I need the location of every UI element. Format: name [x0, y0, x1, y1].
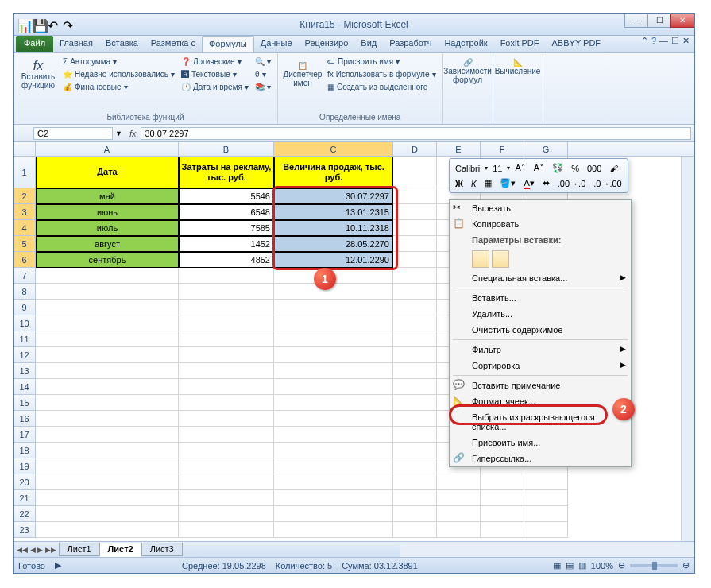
recent-button[interactable]: ⭐Недавно использовались ▾ [60, 68, 177, 80]
zoom-out-icon[interactable]: ⊖ [618, 560, 625, 571]
merge-icon[interactable]: ⬌ [539, 176, 553, 190]
sheet-tab-3[interactable]: Лист3 [141, 543, 183, 556]
cell[interactable]: 12.01.2290 [274, 252, 393, 268]
col-header-A[interactable]: A [36, 142, 179, 156]
tab-data[interactable]: Данные [254, 36, 299, 52]
col-header-G[interactable]: G [524, 142, 568, 156]
tab-insert[interactable]: Вставка [99, 36, 145, 52]
zoom-in-icon[interactable]: ⊕ [682, 560, 690, 571]
macro-icon[interactable]: ▶ [55, 560, 61, 571]
row-header[interactable]: 15 [14, 395, 36, 411]
cm-comment[interactable]: 💬Вставить примечание [450, 377, 631, 393]
cell[interactable]: 1452 [179, 236, 274, 252]
row-header[interactable]: 21 [14, 490, 36, 506]
insert-function-button[interactable]: fx Вставить функцию [17, 56, 59, 93]
more-button[interactable]: 📚▾ [253, 81, 273, 93]
row-header[interactable]: 5 [14, 236, 36, 252]
window-restore-icon[interactable]: ☐ [671, 36, 679, 46]
save-icon[interactable]: 💾 [33, 18, 45, 31]
row-header[interactable]: 1 [14, 157, 36, 188]
cell[interactable]: июнь [36, 204, 179, 220]
close-button[interactable]: ✕ [670, 14, 694, 28]
create-selection-button[interactable]: ▦Создать из выделенного [325, 81, 439, 93]
cell[interactable]: 5546 [179, 188, 274, 204]
percent-icon[interactable]: % [568, 162, 582, 175]
tab-foxit[interactable]: Foxit PDF [494, 36, 546, 52]
worksheet[interactable]: A B C D E F G 1 Дата Затраты на рекламу,… [14, 142, 694, 555]
cell[interactable]: 7585 [179, 220, 274, 236]
cm-hyperlink[interactable]: 🔗Гиперссылка... [450, 451, 631, 466]
row-header[interactable]: 11 [14, 331, 36, 347]
row-header[interactable]: 10 [14, 315, 36, 331]
math-button[interactable]: θ▾ [253, 68, 273, 80]
row-header[interactable]: 14 [14, 379, 36, 395]
minimize-button[interactable]: — [624, 14, 648, 28]
tab-developer[interactable]: Разработч [383, 36, 438, 52]
help-icon[interactable]: ? [651, 36, 656, 46]
use-formula-button[interactable]: fxИспользовать в формуле ▾ [325, 68, 439, 80]
formula-input[interactable] [141, 127, 691, 140]
size-combo[interactable]: 11 [489, 162, 505, 175]
row-header[interactable]: 17 [14, 427, 36, 443]
tab-view[interactable]: Вид [354, 36, 383, 52]
cell[interactable]: 6548 [179, 204, 274, 220]
dec-decimal-icon[interactable]: .00→.0 [555, 177, 589, 190]
cm-dropdown-list[interactable]: Выбрать из раскрывающегося списка... [450, 409, 631, 435]
row-header[interactable]: 23 [14, 522, 36, 538]
calculation-button[interactable]: 📐 Вычисление [497, 56, 539, 78]
cell[interactable]: 28.05.2270 [274, 236, 393, 252]
cm-cut[interactable]: ✂Вырезать [450, 200, 631, 216]
formula-deps-button[interactable]: 🔗 Зависимости формул [447, 56, 489, 87]
format-painter-icon[interactable]: 🖌 [606, 162, 621, 175]
cell[interactable]: июль [36, 220, 179, 236]
text-button[interactable]: 🅰Текстовые ▾ [179, 68, 251, 80]
tab-review[interactable]: Рецензиро [299, 36, 355, 52]
paste-option-2[interactable] [492, 250, 509, 268]
cell[interactable]: 10.11.2318 [274, 220, 393, 236]
row-header[interactable]: 13 [14, 363, 36, 379]
cm-format-cells[interactable]: 📐Формат ячеек... [450, 393, 631, 409]
cm-sort[interactable]: Сортировка▶ [450, 358, 631, 373]
tab-home[interactable]: Главная [53, 36, 99, 52]
cell[interactable]: август [36, 236, 179, 252]
italic-icon[interactable]: К [468, 177, 479, 190]
font-color-icon[interactable]: A▾ [520, 176, 537, 190]
font-combo[interactable]: Calibri [452, 162, 483, 175]
vertical-scrollbar[interactable] [681, 157, 694, 555]
fx-label[interactable]: fx [129, 129, 137, 138]
logical-button[interactable]: ❓Логические ▾ [179, 56, 251, 68]
redo-icon[interactable]: ↷ [63, 18, 75, 31]
row-header[interactable]: 7 [14, 268, 36, 284]
maximize-button[interactable]: ☐ [647, 14, 671, 28]
window-close-icon[interactable]: ✕ [682, 36, 690, 46]
row-header[interactable]: 18 [14, 443, 36, 458]
tab-addins[interactable]: Надстройк [438, 36, 493, 52]
lookup-button[interactable]: 🔍▾ [253, 56, 273, 68]
cm-assign-name[interactable]: Присвоить имя... [450, 435, 631, 451]
row-header[interactable]: 6 [14, 252, 36, 268]
cell[interactable]: май [36, 188, 179, 204]
row-header[interactable]: 9 [14, 300, 36, 315]
col-header-E[interactable]: E [437, 142, 481, 156]
cell[interactable]: 13.01.2315 [274, 204, 393, 220]
paste-option-1[interactable] [472, 250, 489, 268]
horizontal-scrollbar[interactable] [400, 544, 694, 557]
view-pagebreak-icon[interactable]: ▥ [578, 560, 586, 571]
comma-icon[interactable]: 000 [584, 162, 605, 175]
autosum-button[interactable]: ΣАвтосумма ▾ [60, 56, 177, 68]
row-header[interactable]: 3 [14, 204, 36, 220]
cell[interactable]: 4852 [179, 252, 274, 268]
row-header[interactable]: 22 [14, 506, 36, 522]
window-min-icon[interactable]: — [659, 36, 668, 46]
row-header[interactable]: 16 [14, 411, 36, 427]
assign-name-button[interactable]: 🏷Присвоить имя ▾ [325, 56, 439, 68]
cell[interactable]: Величина продаж, тыс. руб. [274, 157, 393, 188]
row-header[interactable]: 19 [14, 458, 36, 474]
cm-filter[interactable]: Фильтр▶ [450, 342, 631, 358]
row-header[interactable]: 2 [14, 188, 36, 204]
dropdown-icon[interactable]: ▼ [113, 130, 125, 137]
tab-abbyy[interactable]: ABBYY PDF [546, 36, 608, 52]
name-manager-button[interactable]: 📋 Диспетчер имен [282, 56, 323, 93]
bold-icon[interactable]: Ж [452, 177, 466, 190]
view-normal-icon[interactable]: ▦ [553, 560, 561, 571]
